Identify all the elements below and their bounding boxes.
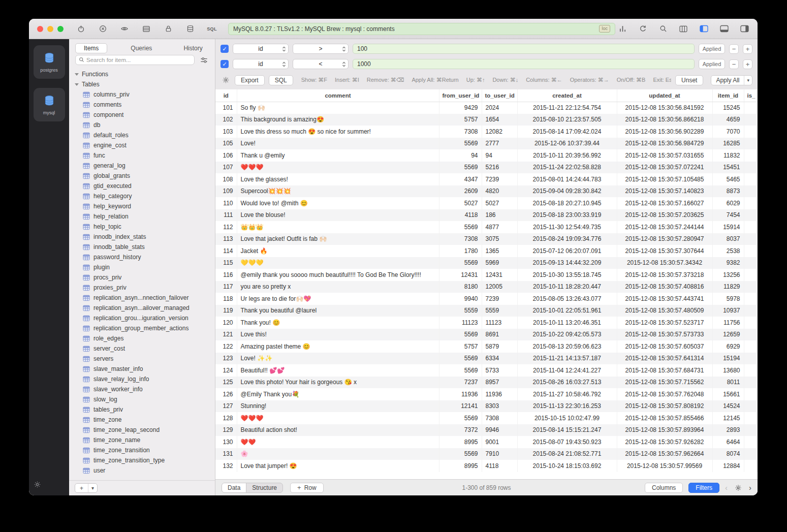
cell[interactable]: 5569: [439, 221, 482, 233]
cell[interactable]: 2015-12-08 15:30:57.408816: [617, 281, 712, 293]
cell[interactable]: 5027: [439, 197, 482, 209]
cell[interactable]: [744, 448, 758, 460]
cell[interactable]: 12431: [439, 269, 482, 281]
structure-view-button[interactable]: Structure: [246, 483, 282, 492]
table-item-engine_cost[interactable]: engine_cost: [69, 140, 215, 150]
add-item-menu-button[interactable]: ▾: [88, 484, 97, 492]
table-item-time_zone[interactable]: time_zone: [69, 415, 215, 425]
cell[interactable]: ❤️❤️❤️: [237, 162, 439, 174]
table-item-plugin[interactable]: plugin: [69, 262, 215, 272]
prev-page-icon[interactable]: ‹: [725, 484, 728, 491]
table-item-time_zone_name[interactable]: time_zone_name: [69, 435, 215, 445]
cell[interactable]: 2015-12-08 15:30:57.244144: [617, 221, 712, 233]
cell[interactable]: [744, 305, 758, 317]
cell[interactable]: Jacket 🔥: [237, 245, 439, 257]
filter-applied-button[interactable]: Applied: [699, 44, 725, 54]
cell[interactable]: [744, 377, 758, 389]
cell[interactable]: Stunning!: [237, 400, 439, 413]
cell[interactable]: 2015-08-14 17:09:42.024: [517, 126, 617, 138]
cell[interactable]: 5465: [712, 173, 744, 185]
cell[interactable]: 2015-12-08 15:30:57.808192: [617, 400, 712, 413]
cell[interactable]: 109: [215, 185, 237, 198]
cell[interactable]: 121: [215, 329, 237, 341]
cell[interactable]: you are so pretty x: [237, 281, 439, 293]
cell[interactable]: 123: [215, 353, 237, 365]
cell[interactable]: 5569: [439, 257, 482, 269]
table-item-replication_asyn...nnection_failover[interactable]: replication_asyn...nnection_failover: [69, 293, 215, 303]
table-item-user[interactable]: user: [69, 465, 215, 476]
cell[interactable]: 2015-12-08 15:30:57.443741: [617, 293, 712, 305]
cell[interactable]: 9946: [482, 424, 517, 436]
cell[interactable]: 102: [215, 114, 237, 126]
table-settings-gear-icon[interactable]: [733, 483, 743, 493]
cell[interactable]: 7308: [439, 233, 482, 245]
table-item-servers[interactable]: servers: [69, 354, 215, 364]
cell[interactable]: 5969: [482, 257, 517, 269]
refresh-icon[interactable]: [638, 24, 648, 34]
cell[interactable]: [744, 293, 758, 305]
table-item-replication_grou...iguration_version[interactable]: replication_grou...iguration_version: [69, 313, 215, 323]
cell[interactable]: 2015-12-08 15:30:56.841592: [617, 102, 712, 114]
functions-section[interactable]: Functions: [69, 69, 215, 79]
column-header-comment[interactable]: comment: [237, 89, 439, 102]
cell[interactable]: 2015-12-08 15:30:56.984729: [617, 138, 712, 150]
cell[interactable]: 13680: [712, 364, 744, 377]
cell[interactable]: 129: [215, 424, 237, 436]
cell[interactable]: 186: [482, 209, 517, 222]
cell[interactable]: 2015-08-07 19:43:50.923: [517, 436, 617, 448]
cell[interactable]: 1365: [482, 245, 517, 257]
cell[interactable]: 2015-11-30 12:54:49.735: [517, 221, 617, 233]
cell[interactable]: 2015-12-08 15:30:57.99569: [617, 460, 712, 472]
cell[interactable]: 6029: [712, 197, 744, 209]
cell[interactable]: [744, 185, 758, 198]
cell[interactable]: 2015-12-08 15:30:57.605037: [617, 340, 712, 353]
cell[interactable]: 15245: [712, 102, 744, 114]
search-input[interactable]: [86, 57, 191, 63]
cell[interactable]: 2015-08-01 14:24:44.783: [517, 173, 617, 185]
column-header-id[interactable]: id: [215, 89, 237, 102]
cell[interactable]: 7308: [482, 412, 517, 424]
cell[interactable]: 2777: [482, 138, 517, 150]
cell[interactable]: 2015-10-11 18:28:20.447: [517, 281, 617, 293]
cell[interactable]: [744, 102, 758, 114]
cell[interactable]: 2015-12-08 15:30:57.105485: [617, 173, 712, 185]
filter-settings-gear-icon[interactable]: [221, 75, 231, 85]
table-item-innodb_index_stats[interactable]: innodb_index_stats: [69, 232, 215, 242]
cell[interactable]: Love!: [237, 138, 439, 150]
table-item-tables_priv[interactable]: tables_priv: [69, 404, 215, 415]
cell[interactable]: 11936: [482, 388, 517, 400]
cell[interactable]: 2015-10-11 13:20:46.351: [517, 317, 617, 329]
cell[interactable]: Love that jacket! Outfit is fab 🙌🏻: [237, 233, 439, 245]
cell[interactable]: [744, 353, 758, 365]
cell[interactable]: [744, 162, 758, 174]
cell[interactable]: Love the blouse!: [237, 209, 439, 222]
cell[interactable]: 2015-12-08 15:30:56.866218: [617, 114, 712, 126]
cell[interactable]: 5757: [439, 114, 482, 126]
table-item-help_topic[interactable]: help_topic: [69, 222, 215, 232]
cell[interactable]: Amazing pastel theme 😊: [237, 340, 439, 353]
cell[interactable]: [744, 149, 758, 162]
filter-enabled-checkbox[interactable]: ✓: [221, 45, 229, 53]
cell[interactable]: 7237: [439, 377, 482, 389]
cell[interactable]: 12659: [712, 329, 744, 341]
cell[interactable]: [744, 400, 758, 413]
cell[interactable]: 2015-09-13 14:44:32.209: [517, 257, 617, 269]
data-view-button[interactable]: Data: [222, 483, 246, 492]
search-options-icon[interactable]: [199, 55, 209, 65]
chart-icon[interactable]: [617, 24, 627, 34]
cell[interactable]: 2015-08-14 15:15:21.247: [517, 424, 617, 436]
cell[interactable]: 11123: [439, 317, 482, 329]
table-item-procs_priv[interactable]: procs_priv: [69, 272, 215, 283]
unset-button[interactable]: Unset: [675, 75, 703, 85]
cell[interactable]: 2538: [712, 245, 744, 257]
cell[interactable]: So fly 🙌🏻: [237, 102, 439, 114]
filters-button[interactable]: Filters: [688, 483, 719, 493]
table-item-db[interactable]: db: [69, 120, 215, 130]
cell[interactable]: 2015-12-08 15:30:57.715562: [617, 377, 712, 389]
cell[interactable]: [744, 173, 758, 185]
cell[interactable]: 1780: [439, 245, 482, 257]
cell[interactable]: 12005: [482, 281, 517, 293]
cell[interactable]: 2015-08-24 19:09:34.776: [517, 233, 617, 245]
cell[interactable]: 10937: [712, 305, 744, 317]
cell[interactable]: 2609: [439, 185, 482, 198]
